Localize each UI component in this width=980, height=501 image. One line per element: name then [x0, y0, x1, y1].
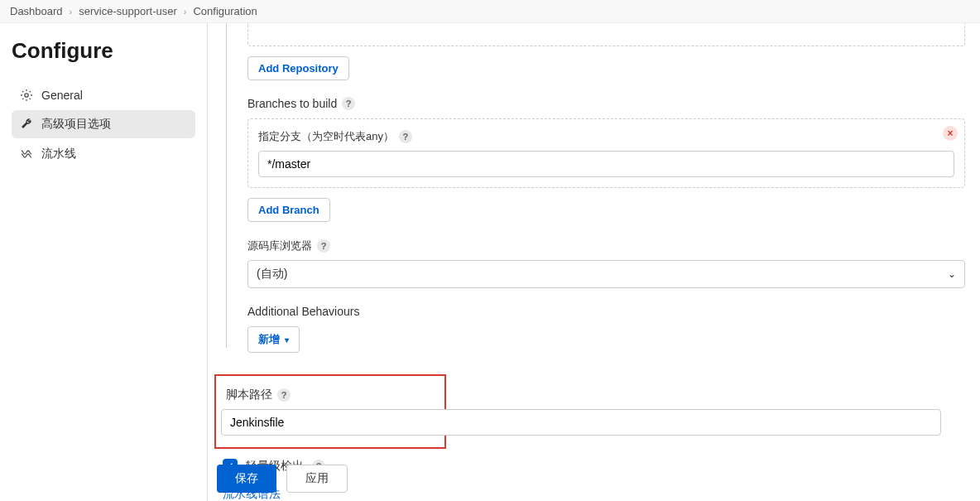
- scm-browser-label: 源码库浏览器 ?: [247, 238, 965, 253]
- sidebar-item-label: 流水线: [41, 147, 76, 161]
- sidebar-item-pipeline[interactable]: 流水线: [12, 140, 195, 168]
- script-path-input[interactable]: [221, 409, 941, 436]
- pipeline-icon: [20, 147, 33, 161]
- wrench-icon: [20, 118, 33, 131]
- scm-browser-value: (自动): [257, 267, 287, 282]
- branch-spec-block: × 指定分支（为空时代表any） ?: [247, 118, 965, 188]
- help-icon[interactable]: ?: [317, 239, 330, 253]
- add-branch-button[interactable]: Add Branch: [247, 198, 330, 222]
- add-repository-button[interactable]: Add Repository: [247, 56, 349, 80]
- chevron-right-icon: ›: [184, 7, 187, 17]
- help-icon[interactable]: ?: [342, 97, 355, 110]
- help-icon[interactable]: ?: [399, 130, 412, 143]
- sidebar-item-advanced[interactable]: 高级项目选项: [12, 110, 195, 138]
- sidebar-item-label: 高级项目选项: [41, 117, 111, 132]
- footer-buttons: 保存 应用: [217, 465, 348, 493]
- breadcrumb-config[interactable]: Configuration: [193, 5, 257, 17]
- gear-icon: [20, 89, 33, 102]
- branch-spec-input[interactable]: [258, 151, 954, 177]
- svg-point-0: [25, 94, 28, 97]
- page-title: Configure: [12, 38, 195, 64]
- script-path-label: 脚本路径 ?: [226, 388, 435, 402]
- script-path-highlight: 脚本路径 ?: [214, 374, 446, 449]
- repo-block-tail: [247, 23, 965, 46]
- breadcrumb-service[interactable]: service-support-user: [79, 5, 177, 17]
- help-icon[interactable]: ?: [277, 388, 291, 402]
- scm-browser-select[interactable]: (自动) ⌄: [247, 260, 965, 288]
- add-behaviour-button[interactable]: 新增 ▾: [247, 326, 300, 353]
- additional-behaviours-title: Additional Behaviours: [247, 305, 965, 318]
- sidebar-item-general[interactable]: General: [12, 82, 195, 108]
- sidebar-item-label: General: [41, 89, 83, 102]
- chevron-down-icon: ⌄: [948, 268, 956, 280]
- breadcrumb-dashboard[interactable]: Dashboard: [10, 5, 63, 17]
- sidebar: Configure General 高级项目选项 流水线: [0, 23, 207, 501]
- caret-down-icon: ▾: [285, 335, 289, 344]
- content-left-rule: [226, 23, 227, 348]
- branches-to-build-title: Branches to build ?: [247, 97, 965, 110]
- apply-button[interactable]: 应用: [286, 465, 348, 493]
- breadcrumb: Dashboard › service-support-user › Confi…: [0, 0, 980, 23]
- save-button[interactable]: 保存: [217, 465, 276, 493]
- chevron-right-icon: ›: [70, 7, 73, 17]
- branch-spec-label: 指定分支（为空时代表any） ?: [258, 129, 954, 144]
- close-icon[interactable]: ×: [943, 126, 958, 141]
